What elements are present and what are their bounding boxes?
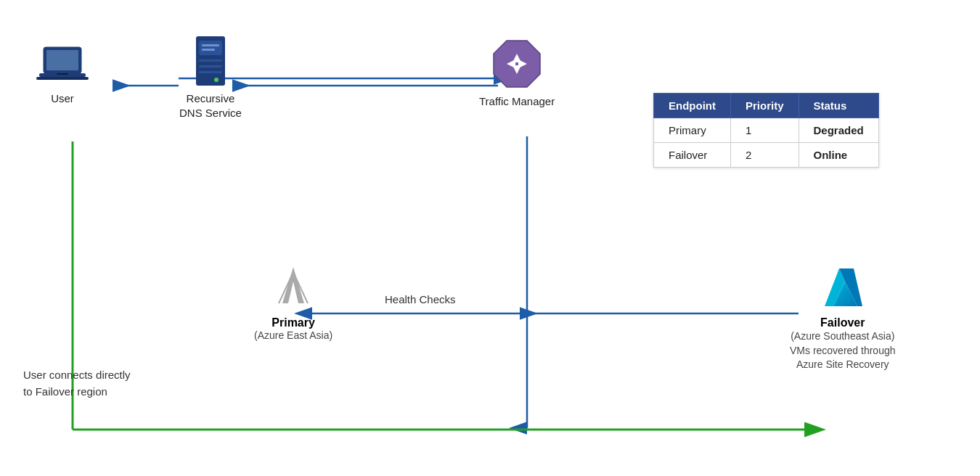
endpoint-table: Endpoint Priority Status Primary 1 Degra… bbox=[653, 93, 879, 168]
svg-rect-12 bbox=[57, 73, 68, 75]
diagram-container: User Recursive DNS Service bbox=[0, 0, 980, 476]
svg-rect-15 bbox=[202, 44, 219, 46]
user-label: User bbox=[51, 91, 74, 106]
svg-rect-14 bbox=[199, 41, 222, 55]
table-header-endpoint: Endpoint bbox=[654, 94, 731, 118]
failover-label-sub: (Azure Southeast Asia) VMs recovered thr… bbox=[790, 329, 896, 372]
table-header-status: Status bbox=[799, 94, 878, 118]
svg-point-20 bbox=[214, 78, 219, 82]
traffic-manager-node: Traffic Manager bbox=[479, 38, 555, 109]
table-row-primary: Primary 1 Degraded bbox=[654, 118, 879, 143]
dns-icon bbox=[190, 35, 231, 87]
user-node: User bbox=[36, 44, 89, 106]
svg-rect-19 bbox=[199, 71, 222, 73]
dns-node: Recursive DNS Service bbox=[179, 35, 242, 120]
table-cell-priority-1: 1 bbox=[730, 118, 799, 143]
svg-rect-17 bbox=[199, 60, 222, 62]
table-cell-status-1: Degraded bbox=[799, 118, 878, 143]
traffic-manager-icon bbox=[491, 38, 543, 90]
table-cell-priority-2: 2 bbox=[730, 143, 799, 168]
azure-gray-icon bbox=[268, 261, 319, 312]
failover-label-bold: Failover bbox=[790, 316, 896, 329]
primary-label-sub: (Azure East Asia) bbox=[254, 329, 332, 341]
user-connects-label: User connects directlyto Failover region bbox=[23, 367, 131, 400]
svg-rect-18 bbox=[199, 65, 222, 67]
traffic-manager-label: Traffic Manager bbox=[479, 94, 555, 109]
table-cell-status-2: Online bbox=[799, 143, 878, 168]
table-header-priority: Priority bbox=[730, 94, 799, 118]
table-cell-endpoint-2: Failover bbox=[654, 143, 731, 168]
svg-rect-16 bbox=[202, 49, 215, 51]
dns-label: Recursive DNS Service bbox=[179, 91, 242, 120]
primary-node: Primary (Azure East Asia) bbox=[254, 261, 332, 341]
failover-node: Failover (Azure Southeast Asia) VMs reco… bbox=[790, 261, 896, 372]
svg-rect-9 bbox=[46, 50, 78, 70]
svg-marker-21 bbox=[494, 41, 540, 87]
laptop-icon bbox=[36, 44, 89, 87]
primary-label-bold: Primary bbox=[254, 316, 332, 329]
svg-rect-11 bbox=[36, 77, 89, 80]
table-cell-endpoint-1: Primary bbox=[654, 118, 731, 143]
azure-blue-icon bbox=[817, 261, 868, 312]
health-checks-label: Health Checks bbox=[385, 293, 456, 305]
table-row-failover: Failover 2 Online bbox=[654, 143, 879, 168]
